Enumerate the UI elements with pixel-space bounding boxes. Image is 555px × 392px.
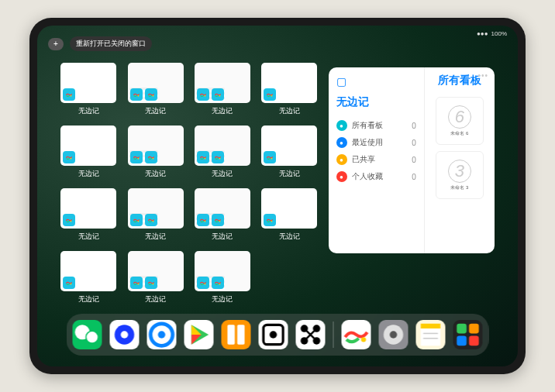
window-label: 无边记 bbox=[145, 294, 166, 304]
window-card[interactable]: 无边记 bbox=[60, 63, 116, 116]
window-thumbnail[interactable] bbox=[60, 251, 116, 291]
svg-point-17 bbox=[271, 221, 273, 222]
window-card[interactable]: 无边记 bbox=[195, 63, 250, 116]
freeform-app-icon bbox=[212, 277, 224, 289]
svg-point-16 bbox=[219, 221, 221, 222]
battery-label: 100% bbox=[491, 30, 507, 37]
sidebar-item-label: 个人收藏 bbox=[352, 171, 383, 182]
window-card[interactable]: 无边记 bbox=[127, 63, 183, 116]
window-label: 无边记 bbox=[279, 106, 300, 116]
window-card[interactable]: 无边记 bbox=[60, 251, 116, 304]
window-label: 无边记 bbox=[78, 232, 99, 242]
window-thumbnail[interactable] bbox=[128, 251, 184, 291]
freeform-app-icon bbox=[197, 151, 209, 163]
settings-app-icon[interactable] bbox=[379, 320, 408, 349]
window-thumbnail[interactable] bbox=[60, 188, 116, 229]
wechat-app-icon[interactable] bbox=[73, 320, 102, 349]
svg-point-26 bbox=[121, 331, 129, 339]
window-card[interactable]: 无边记 bbox=[261, 63, 317, 116]
books-app-icon[interactable] bbox=[222, 320, 251, 349]
window-thumbnail[interactable] bbox=[261, 63, 317, 103]
freeform-app-icon bbox=[264, 151, 276, 163]
window-card[interactable]: 无边记 bbox=[60, 188, 116, 242]
window-thumbnail[interactable] bbox=[261, 188, 317, 229]
ipad-device: ●●● 100% + 重新打开已关闭的窗口 无边记无边记无边记无边记无边记无边记… bbox=[29, 18, 526, 374]
freeform-app-icon[interactable] bbox=[342, 320, 371, 349]
window-thumbnail[interactable] bbox=[128, 188, 184, 229]
freeform-app-icon bbox=[145, 151, 157, 163]
window-label: 无边记 bbox=[212, 294, 233, 304]
notes-app-icon[interactable] bbox=[416, 320, 446, 349]
window-thumbnail[interactable] bbox=[195, 126, 250, 166]
svg-rect-41 bbox=[421, 328, 440, 346]
sidebar-item[interactable]: ●已共享0 bbox=[336, 151, 416, 168]
window-thumbnail[interactable] bbox=[261, 126, 317, 166]
svg-rect-40 bbox=[421, 324, 440, 328]
svg-point-18 bbox=[71, 284, 72, 285]
sidebar-item[interactable]: ●所有看板0 bbox=[336, 117, 416, 134]
board-card[interactable]: 6未命名 6 bbox=[436, 97, 484, 145]
sidebar-item[interactable]: ●个人收藏0 bbox=[336, 168, 416, 185]
quark-app-icon[interactable] bbox=[110, 320, 140, 349]
svg-point-19 bbox=[137, 284, 139, 285]
window-card[interactable]: 无边记 bbox=[127, 126, 183, 179]
svg-point-12 bbox=[71, 221, 72, 222]
window-label: 无边记 bbox=[145, 232, 166, 242]
clock-icon: ● bbox=[336, 137, 347, 148]
window-card[interactable]: 无边记 bbox=[195, 251, 250, 304]
freeform-app-icon bbox=[130, 214, 143, 226]
sidebar-item-label: 最近使用 bbox=[352, 137, 383, 148]
share-icon: ● bbox=[336, 154, 347, 165]
svg-point-1 bbox=[137, 95, 139, 97]
sidebar-toggle-icon[interactable]: ▢ bbox=[336, 75, 416, 88]
window-card[interactable]: 无边记 bbox=[127, 188, 183, 242]
svg-point-13 bbox=[137, 221, 139, 222]
board-sketch: 3 bbox=[448, 160, 471, 183]
panel-right-title: 所有看板 bbox=[438, 74, 481, 88]
window-thumbnail[interactable] bbox=[195, 188, 250, 229]
connect-app-icon[interactable] bbox=[296, 320, 326, 349]
freeform-app-icon bbox=[63, 214, 75, 226]
window-thumbnail[interactable] bbox=[128, 63, 184, 103]
freeform-app-icon bbox=[212, 214, 224, 226]
freeform-app-icon bbox=[63, 151, 75, 163]
window-card[interactable]: 无边记 bbox=[60, 126, 116, 179]
more-icon[interactable]: ••• bbox=[477, 71, 488, 80]
sidebar-item-count: 0 bbox=[412, 122, 416, 130]
svg-point-8 bbox=[152, 158, 153, 160]
window-label: 无边记 bbox=[78, 106, 99, 116]
svg-point-3 bbox=[205, 95, 206, 97]
svg-point-24 bbox=[86, 331, 98, 343]
board-card[interactable]: 3未命名 3 bbox=[436, 151, 484, 199]
freeform-panel[interactable]: ••• ▢ 无边记 ●所有看板0●最近使用0●已共享0●个人收藏0 所有看板 6… bbox=[329, 67, 495, 253]
svg-rect-47 bbox=[469, 336, 479, 346]
window-thumbnail[interactable] bbox=[195, 63, 250, 103]
window-label: 无边记 bbox=[78, 294, 99, 304]
play-app-icon[interactable] bbox=[184, 320, 214, 349]
svg-point-11 bbox=[271, 158, 273, 160]
dice-app-icon[interactable] bbox=[259, 320, 288, 349]
window-card[interactable]: 无边记 bbox=[195, 126, 250, 179]
window-card[interactable]: 无边记 bbox=[127, 251, 183, 304]
new-window-button[interactable]: + bbox=[48, 38, 64, 50]
sidebar-item-count: 0 bbox=[412, 139, 416, 147]
freeform-app-icon bbox=[212, 151, 224, 163]
window-label: 无边记 bbox=[145, 106, 166, 116]
window-card[interactable]: 无边记 bbox=[195, 188, 250, 242]
sidebar-item-label: 已共享 bbox=[352, 154, 375, 165]
svg-point-21 bbox=[205, 284, 206, 285]
window-thumbnail[interactable] bbox=[195, 251, 250, 291]
apps-app-icon[interactable] bbox=[453, 320, 483, 349]
reopen-closed-window-button[interactable]: 重新打开已关闭的窗口 bbox=[70, 36, 152, 51]
signal-icon: ●●● bbox=[477, 30, 488, 37]
freeform-app-icon bbox=[145, 277, 157, 289]
window-thumbnail[interactable] bbox=[60, 126, 116, 166]
window-thumbnail[interactable] bbox=[60, 63, 116, 103]
qqbrowser-app-icon[interactable] bbox=[147, 320, 177, 349]
window-card[interactable]: 无边记 bbox=[261, 188, 317, 242]
window-grid: 无边记无边记无边记无边记无边记无边记无边记无边记无边记无边记无边记无边记无边记无… bbox=[60, 63, 318, 308]
window-card[interactable]: 无边记 bbox=[261, 126, 317, 179]
sidebar-item[interactable]: ●最近使用0 bbox=[336, 134, 416, 151]
window-thumbnail[interactable] bbox=[128, 126, 184, 166]
svg-point-39 bbox=[390, 331, 398, 339]
